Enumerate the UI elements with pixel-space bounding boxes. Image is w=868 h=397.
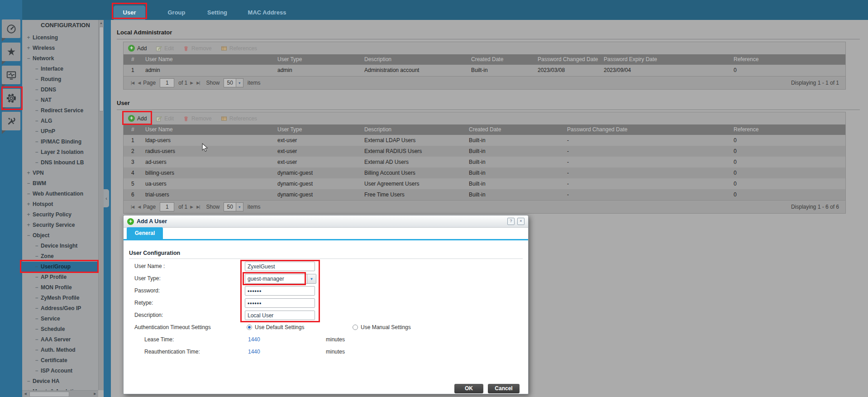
sidebar-item-device-ha[interactable]: −Device HA — [22, 376, 98, 387]
dialog-title-bar[interactable]: + Add A User ? × — [124, 215, 528, 228]
column-description[interactable]: Description — [364, 124, 469, 135]
tab-mac-address[interactable]: MAC Address — [242, 5, 292, 20]
add-button[interactable]: +Add — [128, 45, 147, 52]
sidebar-horizontal-scrollbar[interactable]: ◀ ▶ — [22, 390, 98, 397]
sidebar-item-web-authentication[interactable]: −Web Authentication — [22, 189, 98, 199]
column-created-date[interactable]: Created Date — [469, 124, 567, 135]
column-created-date[interactable]: Created Date — [471, 54, 538, 65]
table-row[interactable]: 6trial-usersdynamic-guestFree Time Users… — [124, 189, 845, 200]
sidebar-item-network[interactable]: −Network — [22, 53, 98, 64]
column-password-changed[interactable]: Password Changed Date — [567, 124, 734, 135]
add-user-button[interactable]: +Add — [128, 115, 147, 122]
sidebar-item-vpn[interactable]: +VPN — [22, 168, 98, 178]
scroll-left-icon[interactable]: ◀ — [22, 391, 29, 397]
table-row[interactable]: 4billing-usersdynamic-guestBilling Accou… — [124, 167, 845, 178]
ok-button[interactable]: OK — [454, 384, 483, 393]
prev-page-icon[interactable]: ◀ — [138, 81, 140, 85]
configuration-button[interactable] — [2, 89, 20, 107]
password-input[interactable] — [245, 286, 315, 296]
sidebar-item-licensing[interactable]: +Licensing — [22, 33, 98, 43]
user-name-input[interactable] — [245, 262, 315, 271]
last-page-icon[interactable]: ▶| — [196, 81, 200, 85]
table-row[interactable]: 1ldap-usersext-userExternal LDAP UsersBu… — [124, 135, 845, 146]
cancel-button[interactable]: Cancel — [488, 384, 520, 393]
last-page-icon[interactable]: ▶| — [196, 205, 200, 209]
sidebar-item-upnp[interactable]: −UPnP — [22, 126, 98, 137]
prev-page-icon[interactable]: ◀ — [138, 205, 140, 209]
table-row[interactable]: 5ua-usersdynamic-guestUser Agreement Use… — [124, 178, 845, 189]
column-number[interactable]: # — [124, 54, 145, 65]
tab-setting[interactable]: Setting — [201, 5, 234, 20]
tab-user[interactable]: User — [114, 5, 145, 20]
use-default-settings-radio[interactable] — [247, 325, 252, 330]
dashboard-button[interactable] — [2, 19, 20, 38]
sidebar-item-auth-method[interactable]: −Auth. Method — [22, 345, 98, 355]
column-number[interactable]: # — [124, 124, 145, 135]
column-password-changed[interactable]: Password Changed Date — [538, 54, 604, 65]
sidebar-item-mon-profile[interactable]: −MON Profile — [22, 282, 98, 293]
table-row[interactable]: 2radius-usersext-userExternal RADIUS Use… — [124, 146, 845, 157]
sidebar-item-hotspot[interactable]: +Hotspot — [22, 199, 98, 210]
column-reference[interactable]: Reference — [734, 54, 845, 65]
sidebar-item-ip-mac-binding[interactable]: −IP/MAC Binding — [22, 137, 98, 147]
lease-time-value[interactable]: 1440 — [248, 335, 260, 344]
column-user-name[interactable]: User Name — [145, 124, 277, 135]
sidebar-item-device-insight[interactable]: −Device Insight — [22, 241, 98, 251]
page-size-select[interactable]: 50▼ — [224, 78, 243, 87]
description-input[interactable] — [245, 311, 315, 320]
maintenance-button[interactable] — [2, 112, 20, 130]
horizontal-scroll-thumb[interactable] — [29, 392, 69, 397]
sidebar-item-routing[interactable]: −Routing — [22, 74, 98, 85]
sidebar-item-schedule[interactable]: −Schedule — [22, 324, 98, 335]
first-page-icon[interactable]: |◀ — [131, 205, 134, 209]
retype-input[interactable] — [245, 298, 315, 308]
sidebar-item-dns-inbound-lb[interactable]: −DNS Inbound LB — [22, 158, 98, 168]
first-page-icon[interactable]: |◀ — [131, 81, 134, 85]
tab-group[interactable]: Group — [161, 5, 192, 20]
page-size-select[interactable]: 50▼ — [224, 202, 243, 211]
sidebar-item-wireless[interactable]: +Wireless — [22, 43, 98, 53]
next-page-icon[interactable]: ▶ — [190, 205, 193, 209]
column-user-type[interactable]: User Type — [277, 124, 364, 135]
sidebar-collapse-handle[interactable]: ‹ — [104, 189, 109, 207]
sidebar-item-interface[interactable]: −Interface — [22, 64, 98, 74]
sidebar-item-zone[interactable]: −Zone — [22, 251, 98, 262]
scroll-right-icon[interactable]: ▶ — [92, 391, 98, 397]
sidebar-item-bwm[interactable]: −BWM — [22, 178, 98, 189]
column-user-name[interactable]: User Name — [145, 54, 277, 65]
sidebar-item-zymesh-profile[interactable]: −ZyMesh Profile — [22, 293, 98, 303]
sidebar-item-certificate[interactable]: −Certificate — [22, 355, 98, 366]
column-reference[interactable]: Reference — [734, 124, 845, 135]
page-input[interactable] — [160, 78, 174, 87]
wizard-button[interactable] — [2, 43, 20, 61]
tab-general[interactable]: General — [127, 227, 163, 239]
table-row[interactable]: 3ad-usersext-userExternal AD UsersBuilt-… — [124, 157, 845, 167]
sidebar-item-alg[interactable]: −ALG — [22, 116, 98, 126]
sidebar-item-ap-profile[interactable]: −AP Profile — [22, 272, 98, 282]
reauth-time-value[interactable]: 1440 — [248, 347, 260, 357]
column-password-expiry[interactable]: Password Expiry Date — [604, 54, 734, 65]
sidebar-item-object[interactable]: −Object — [22, 230, 98, 241]
vertical-scroll-thumb[interactable] — [99, 27, 104, 111]
scroll-up-icon[interactable]: ▲ — [99, 20, 104, 26]
sidebar-item-layer2-isolation[interactable]: −Layer 2 Isolation — [22, 147, 98, 158]
user-type-select[interactable]: guest-manager ▼ — [245, 274, 316, 284]
sidebar-item-isp-account[interactable]: −ISP Account — [22, 366, 98, 376]
monitor-button[interactable] — [2, 66, 20, 84]
next-page-icon[interactable]: ▶ — [190, 81, 193, 85]
help-icon[interactable]: ? — [507, 218, 515, 225]
column-description[interactable]: Description — [364, 54, 471, 65]
sidebar-vertical-scrollbar[interactable]: ▲ — [98, 20, 104, 390]
page-input[interactable] — [160, 202, 174, 211]
sidebar-item-nat[interactable]: −NAT — [22, 95, 98, 105]
sidebar-item-redirect-service[interactable]: −Redirect Service — [22, 105, 98, 116]
sidebar-item-security-service[interactable]: +Security Service — [22, 220, 98, 230]
sidebar-item-service[interactable]: −Service — [22, 314, 98, 324]
sidebar-item-ddns[interactable]: −DDNS — [22, 85, 98, 95]
sidebar-item-address-geo-ip[interactable]: −Address/Geo IP — [22, 303, 98, 314]
close-icon[interactable]: × — [517, 218, 525, 225]
column-user-type[interactable]: User Type — [277, 54, 364, 65]
sidebar-item-user-group[interactable]: −User/Group — [22, 262, 98, 272]
use-manual-settings-radio[interactable] — [353, 325, 358, 330]
sidebar-item-security-policy[interactable]: +Security Policy — [22, 210, 98, 220]
